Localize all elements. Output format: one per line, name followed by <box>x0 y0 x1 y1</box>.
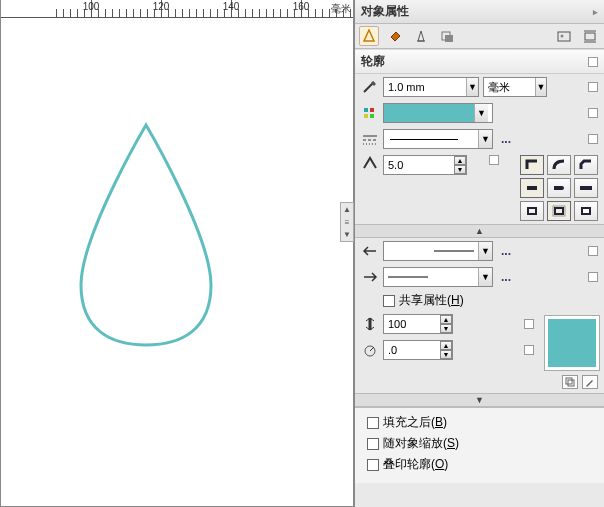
ruler-tick-label: 120 <box>153 1 170 12</box>
ruler-tick-label: 140 <box>223 1 240 12</box>
canvas-area[interactable]: 毫米 100120140160 ▲ ≡ ▼ <box>0 0 354 507</box>
scale-with-object-label: 随对象缩放(S) <box>383 435 459 452</box>
nib-stretch-field[interactable]: ▲▼ <box>383 314 453 334</box>
outline-color-combo[interactable]: ▼ <box>383 103 493 123</box>
outline-color-swatch <box>384 104 474 122</box>
spin-down-icon[interactable]: ▼ <box>440 324 452 333</box>
panel-title-text: 对象属性 <box>361 3 409 20</box>
outline-options-footer: 填充之后(B) 随对象缩放(S) 叠印轮廓(O) <box>355 407 604 483</box>
outline-unit-dropdown-icon[interactable]: ▼ <box>535 78 546 96</box>
miter-limit-field[interactable]: ▲▼ <box>383 155 467 175</box>
start-arrow-icon <box>361 243 379 259</box>
outline-width-combo[interactable]: ▼ <box>383 77 479 97</box>
corner-round-button[interactable] <box>547 155 571 175</box>
transparency-tab-icon[interactable] <box>411 26 431 46</box>
row-toggle-icon[interactable] <box>588 82 598 92</box>
svg-rect-18 <box>580 186 592 190</box>
scroll-down-icon[interactable]: ▼ <box>343 230 351 239</box>
position-outside-button[interactable] <box>520 201 544 221</box>
end-arrow-preview <box>384 268 478 286</box>
miter-spinner[interactable]: ▲▼ <box>454 156 466 174</box>
row-toggle-icon[interactable] <box>489 155 499 165</box>
svg-point-17 <box>560 186 564 190</box>
panel-menu-icon[interactable]: ▸ <box>593 7 598 17</box>
scroll-up-icon[interactable]: ▲ <box>343 205 351 214</box>
outline-color-dropdown-icon[interactable]: ▼ <box>474 104 488 122</box>
end-arrow-combo[interactable]: ▼ <box>383 267 493 287</box>
nib-stretch-input[interactable] <box>384 315 440 333</box>
pen-width-icon <box>361 79 379 95</box>
svg-rect-2 <box>445 35 453 42</box>
wrap-tab-icon[interactable] <box>580 26 600 46</box>
cap-extended-button[interactable] <box>574 178 598 198</box>
start-arrow-more-button[interactable]: ... <box>497 244 515 258</box>
position-inside-button[interactable] <box>574 201 598 221</box>
line-style-combo[interactable]: ▼ <box>383 129 493 149</box>
outline-section-header[interactable]: 轮廓 <box>355 49 604 74</box>
miter-limit-input[interactable] <box>384 156 454 174</box>
outline-width-input[interactable] <box>384 78 466 96</box>
overprint-outline-label: 叠印轮廓(O) <box>383 456 448 473</box>
nib-preview-swatch <box>544 315 600 371</box>
spin-up-icon[interactable]: ▲ <box>440 341 452 350</box>
nib-stretch-icon <box>361 316 379 332</box>
position-group <box>520 201 598 221</box>
vertical-scrollbar-handle[interactable]: ▲ ≡ ▼ <box>340 202 354 242</box>
spin-down-icon[interactable]: ▼ <box>440 350 452 359</box>
start-arrow-dropdown-icon[interactable]: ▼ <box>478 242 492 260</box>
behind-fill-checkbox[interactable] <box>367 417 379 429</box>
end-arrow-dropdown-icon[interactable]: ▼ <box>478 268 492 286</box>
outline-unit-input[interactable] <box>484 78 535 96</box>
row-toggle-icon[interactable] <box>524 319 534 329</box>
start-arrow-combo[interactable]: ▼ <box>383 241 493 261</box>
spin-up-icon[interactable]: ▲ <box>454 156 466 165</box>
nib-angle-input[interactable] <box>384 341 440 359</box>
scale-with-object-checkbox[interactable] <box>367 438 379 450</box>
outline-section-title: 轮廓 <box>361 53 385 70</box>
row-toggle-icon[interactable] <box>588 246 598 256</box>
svg-rect-15 <box>527 186 537 190</box>
collapse-down-button[interactable]: ▼ <box>355 393 604 407</box>
end-arrow-more-button[interactable]: ... <box>497 270 515 284</box>
copy-properties-button[interactable] <box>562 375 578 389</box>
svg-rect-23 <box>583 209 589 213</box>
share-attributes-checkbox[interactable] <box>383 295 395 307</box>
outline-width-dropdown-icon[interactable]: ▼ <box>466 78 478 96</box>
row-toggle-icon[interactable] <box>588 108 598 118</box>
object-properties-panel: 对象属性 ▸ 轮廓 ▼ ▼ <box>354 0 604 507</box>
overprint-outline-checkbox[interactable] <box>367 459 379 471</box>
scroll-grip-icon[interactable]: ≡ <box>345 218 350 227</box>
svg-rect-20 <box>555 208 563 214</box>
cap-round-button[interactable] <box>547 178 571 198</box>
selected-drop-shape[interactable] <box>61 120 231 353</box>
svg-rect-29 <box>566 378 572 384</box>
position-center-button[interactable] <box>547 201 571 221</box>
row-toggle-icon[interactable] <box>588 272 598 282</box>
effects-tab-icon[interactable] <box>437 26 457 46</box>
svg-rect-11 <box>370 114 374 118</box>
share-attributes-label: 共享属性(H) <box>399 292 464 309</box>
corner-bevel-button[interactable] <box>574 155 598 175</box>
corner-miter-button[interactable] <box>520 155 544 175</box>
ruler-tick-label: 160 <box>293 1 310 12</box>
panel-titlebar[interactable]: 对象属性 ▸ <box>355 0 604 24</box>
row-toggle-icon[interactable] <box>524 345 534 355</box>
section-toggle-icon[interactable] <box>588 57 598 67</box>
eyedropper-button[interactable] <box>582 375 598 389</box>
image-tab-icon[interactable] <box>554 26 574 46</box>
line-style-dropdown-icon[interactable]: ▼ <box>478 130 492 148</box>
line-style-more-button[interactable]: ... <box>497 132 515 146</box>
outline-unit-combo[interactable]: ▼ <box>483 77 547 97</box>
row-toggle-icon[interactable] <box>588 134 598 144</box>
nib-angle-field[interactable]: ▲▼ <box>383 340 453 360</box>
horizontal-ruler[interactable]: 毫米 100120140160 <box>1 0 353 18</box>
cap-square-button[interactable] <box>520 178 544 198</box>
collapse-up-button[interactable]: ▲ <box>355 224 604 238</box>
spin-down-icon[interactable]: ▼ <box>454 165 466 174</box>
svg-rect-9 <box>370 108 374 112</box>
outline-tab-icon[interactable] <box>359 26 379 46</box>
fill-tab-icon[interactable] <box>385 26 405 46</box>
svg-rect-30 <box>568 380 574 386</box>
spin-up-icon[interactable]: ▲ <box>440 315 452 324</box>
svg-rect-19 <box>528 208 536 214</box>
